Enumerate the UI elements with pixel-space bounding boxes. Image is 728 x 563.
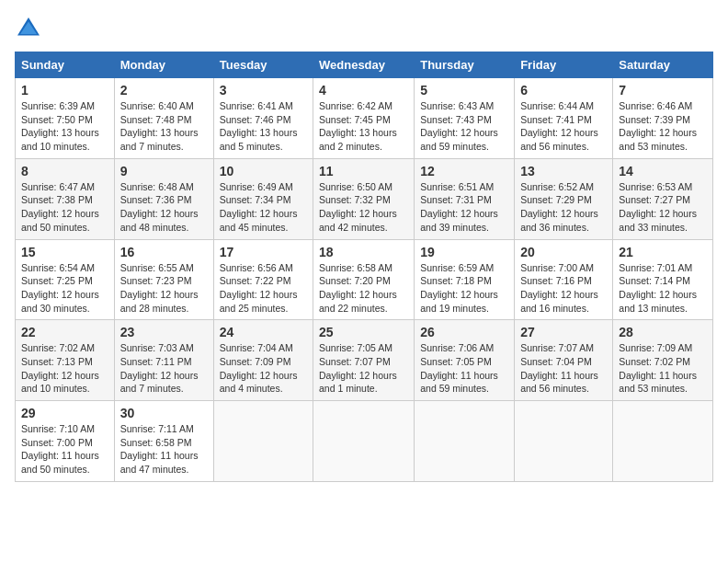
- calendar-cell: 22Sunrise: 7:02 AMSunset: 7:13 PMDayligh…: [16, 320, 115, 401]
- day-number: 17: [220, 245, 307, 259]
- week-row-4: 22Sunrise: 7:02 AMSunset: 7:13 PMDayligh…: [16, 320, 713, 401]
- day-detail: Sunrise: 6:52 AMSunset: 7:29 PMDaylight:…: [520, 180, 607, 235]
- calendar-cell: 18Sunrise: 6:58 AMSunset: 7:20 PMDayligh…: [313, 239, 415, 320]
- day-number: 14: [619, 164, 707, 178]
- day-number: 18: [319, 245, 408, 259]
- day-detail: Sunrise: 6:44 AMSunset: 7:41 PMDaylight:…: [520, 99, 607, 154]
- calendar-table: SundayMondayTuesdayWednesdayThursdayFrid…: [15, 52, 713, 482]
- day-number: 3: [220, 83, 307, 98]
- header-row: SundayMondayTuesdayWednesdayThursdayFrid…: [16, 52, 713, 78]
- calendar-cell: 14Sunrise: 6:53 AMSunset: 7:27 PMDayligh…: [613, 158, 713, 239]
- day-detail: Sunrise: 7:07 AMSunset: 7:04 PMDaylight:…: [520, 341, 607, 396]
- day-detail: Sunrise: 6:39 AMSunset: 7:50 PMDaylight:…: [21, 99, 108, 154]
- col-header-sunday: Sunday: [16, 52, 115, 78]
- day-detail: Sunrise: 7:05 AMSunset: 7:07 PMDaylight:…: [319, 341, 408, 396]
- calendar-cell: 20Sunrise: 7:00 AMSunset: 7:16 PMDayligh…: [515, 239, 613, 320]
- day-number: 20: [520, 245, 607, 259]
- calendar-cell: 28Sunrise: 7:09 AMSunset: 7:02 PMDayligh…: [613, 320, 713, 401]
- day-number: 22: [21, 325, 108, 339]
- day-number: 5: [420, 83, 508, 98]
- calendar-cell: 12Sunrise: 6:51 AMSunset: 7:31 PMDayligh…: [415, 158, 515, 239]
- day-number: 26: [420, 325, 508, 339]
- day-detail: Sunrise: 6:55 AMSunset: 7:23 PMDaylight:…: [120, 261, 208, 316]
- calendar-cell: 19Sunrise: 6:59 AMSunset: 7:18 PMDayligh…: [415, 239, 515, 320]
- day-detail: Sunrise: 6:48 AMSunset: 7:36 PMDaylight:…: [120, 180, 208, 235]
- col-header-monday: Monday: [114, 52, 213, 78]
- day-detail: Sunrise: 6:50 AMSunset: 7:32 PMDaylight:…: [319, 180, 408, 235]
- calendar-cell: [415, 401, 515, 482]
- calendar-cell: 23Sunrise: 7:03 AMSunset: 7:11 PMDayligh…: [114, 320, 213, 401]
- day-number: 10: [220, 164, 307, 178]
- day-detail: Sunrise: 6:59 AMSunset: 7:18 PMDaylight:…: [420, 261, 508, 316]
- calendar-cell: 13Sunrise: 6:52 AMSunset: 7:29 PMDayligh…: [515, 158, 613, 239]
- day-detail: Sunrise: 7:11 AMSunset: 6:58 PMDaylight:…: [120, 422, 208, 477]
- day-number: 25: [319, 325, 408, 339]
- calendar-cell: 17Sunrise: 6:56 AMSunset: 7:22 PMDayligh…: [213, 239, 313, 320]
- day-detail: Sunrise: 6:51 AMSunset: 7:31 PMDaylight:…: [420, 180, 508, 235]
- day-detail: Sunrise: 7:01 AMSunset: 7:14 PMDaylight:…: [619, 261, 707, 316]
- calendar-cell: 5Sunrise: 6:43 AMSunset: 7:43 PMDaylight…: [415, 78, 515, 159]
- day-detail: Sunrise: 7:02 AMSunset: 7:13 PMDaylight:…: [21, 341, 108, 396]
- week-row-3: 15Sunrise: 6:54 AMSunset: 7:25 PMDayligh…: [16, 239, 713, 320]
- day-number: 21: [619, 245, 707, 259]
- calendar-cell: 7Sunrise: 6:46 AMSunset: 7:39 PMDaylight…: [613, 78, 713, 159]
- day-number: 27: [520, 325, 607, 339]
- col-header-wednesday: Wednesday: [313, 52, 415, 78]
- col-header-thursday: Thursday: [415, 52, 515, 78]
- calendar-cell: 25Sunrise: 7:05 AMSunset: 7:07 PMDayligh…: [313, 320, 415, 401]
- day-detail: Sunrise: 6:41 AMSunset: 7:46 PMDaylight:…: [220, 99, 307, 154]
- day-detail: Sunrise: 7:06 AMSunset: 7:05 PMDaylight:…: [420, 341, 508, 396]
- day-number: 13: [520, 164, 607, 178]
- calendar-cell: 30Sunrise: 7:11 AMSunset: 6:58 PMDayligh…: [114, 401, 213, 482]
- day-detail: Sunrise: 6:56 AMSunset: 7:22 PMDaylight:…: [220, 261, 307, 316]
- calendar-cell: 1Sunrise: 6:39 AMSunset: 7:50 PMDaylight…: [16, 78, 115, 159]
- day-number: 12: [420, 164, 508, 178]
- day-number: 9: [120, 164, 208, 178]
- week-row-1: 1Sunrise: 6:39 AMSunset: 7:50 PMDaylight…: [16, 78, 713, 159]
- day-number: 28: [619, 325, 707, 339]
- day-number: 8: [21, 164, 108, 178]
- calendar-cell: 2Sunrise: 6:40 AMSunset: 7:48 PMDaylight…: [114, 78, 213, 159]
- day-number: 23: [120, 325, 208, 339]
- logo-icon: [15, 15, 42, 42]
- day-number: 7: [619, 83, 707, 98]
- calendar-cell: 9Sunrise: 6:48 AMSunset: 7:36 PMDaylight…: [114, 158, 213, 239]
- day-detail: Sunrise: 6:47 AMSunset: 7:38 PMDaylight:…: [21, 180, 108, 235]
- calendar-cell: [515, 401, 613, 482]
- day-number: 6: [520, 83, 607, 98]
- calendar-cell: [613, 401, 713, 482]
- calendar-cell: 10Sunrise: 6:49 AMSunset: 7:34 PMDayligh…: [213, 158, 313, 239]
- day-number: 24: [220, 325, 307, 339]
- day-number: 15: [21, 245, 108, 259]
- day-number: 16: [120, 245, 208, 259]
- day-detail: Sunrise: 7:00 AMSunset: 7:16 PMDaylight:…: [520, 261, 607, 316]
- calendar-cell: 8Sunrise: 6:47 AMSunset: 7:38 PMDaylight…: [16, 158, 115, 239]
- day-detail: Sunrise: 7:10 AMSunset: 7:00 PMDaylight:…: [21, 422, 108, 477]
- day-detail: Sunrise: 6:54 AMSunset: 7:25 PMDaylight:…: [21, 261, 108, 316]
- day-detail: Sunrise: 6:58 AMSunset: 7:20 PMDaylight:…: [319, 261, 408, 316]
- calendar-cell: 15Sunrise: 6:54 AMSunset: 7:25 PMDayligh…: [16, 239, 115, 320]
- day-number: 29: [21, 406, 108, 420]
- day-number: 19: [420, 245, 508, 259]
- calendar-cell: 29Sunrise: 7:10 AMSunset: 7:00 PMDayligh…: [16, 401, 115, 482]
- calendar-cell: 24Sunrise: 7:04 AMSunset: 7:09 PMDayligh…: [213, 320, 313, 401]
- week-row-5: 29Sunrise: 7:10 AMSunset: 7:00 PMDayligh…: [16, 401, 713, 482]
- logo: [15, 15, 46, 42]
- day-number: 2: [120, 83, 208, 98]
- day-detail: Sunrise: 7:04 AMSunset: 7:09 PMDaylight:…: [220, 341, 307, 396]
- calendar-cell: 26Sunrise: 7:06 AMSunset: 7:05 PMDayligh…: [415, 320, 515, 401]
- day-number: 4: [319, 83, 408, 98]
- calendar-cell: 4Sunrise: 6:42 AMSunset: 7:45 PMDaylight…: [313, 78, 415, 159]
- calendar-cell: 3Sunrise: 6:41 AMSunset: 7:46 PMDaylight…: [213, 78, 313, 159]
- day-detail: Sunrise: 6:49 AMSunset: 7:34 PMDaylight:…: [220, 180, 307, 235]
- calendar-cell: 27Sunrise: 7:07 AMSunset: 7:04 PMDayligh…: [515, 320, 613, 401]
- day-detail: Sunrise: 6:53 AMSunset: 7:27 PMDaylight:…: [619, 180, 707, 235]
- calendar-cell: 6Sunrise: 6:44 AMSunset: 7:41 PMDaylight…: [515, 78, 613, 159]
- day-detail: Sunrise: 6:43 AMSunset: 7:43 PMDaylight:…: [420, 99, 508, 154]
- calendar-cell: 11Sunrise: 6:50 AMSunset: 7:32 PMDayligh…: [313, 158, 415, 239]
- col-header-saturday: Saturday: [613, 52, 713, 78]
- header: [15, 15, 713, 42]
- calendar-cell: [213, 401, 313, 482]
- day-detail: Sunrise: 7:03 AMSunset: 7:11 PMDaylight:…: [120, 341, 208, 396]
- col-header-friday: Friday: [515, 52, 613, 78]
